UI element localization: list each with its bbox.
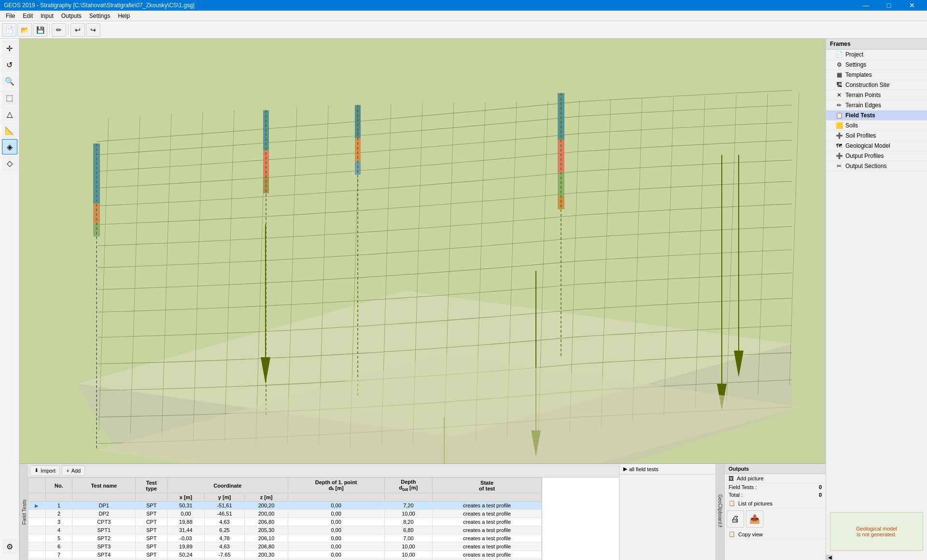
viewport-3d[interactable] [19,39,826,463]
row-y-3: 6,25 [204,526,245,534]
row-z-0: 200,20 [245,502,288,510]
col-test-type: Testtype [136,478,168,493]
frame-label-terrain-edges: Terrain Edges [845,102,881,109]
row-depth-3: 6,80 [384,526,432,534]
soil-profiles-icon: ➕ [836,132,843,139]
row-no-2: 3 [45,518,72,526]
rotate-tool[interactable]: ↺ [2,57,17,72]
frame-item-templates[interactable]: ▦Templates [826,70,927,80]
measure-tool[interactable]: △ [2,106,17,122]
close-button[interactable]: ✕ [901,0,923,11]
row-d1-3: 0,00 [288,526,384,534]
menu-input[interactable]: Input [37,12,57,20]
copy-view-button[interactable]: 📋 Copy view [725,530,826,539]
all-field-tests-button[interactable]: ▶ all field tests [619,464,716,475]
table-row[interactable]: 6SPT3SPT19,894,63206,800,0010,00creates … [28,543,542,551]
frame-item-construction-site[interactable]: 🏗Construction Site [826,80,927,90]
toolbar: 📄 📂 💾 ✏ ↩ ↪ [0,21,927,39]
data-table[interactable]: No. Test name Testtype Coordinate Depth … [28,477,542,560]
frame-item-terrain-edges[interactable]: ✏Terrain Edges [826,100,927,111]
move-tool[interactable]: ✛ [2,41,17,56]
frame-item-soils[interactable]: 🟨Soils [826,121,927,131]
row-x-2: 19,88 [168,518,204,526]
outputs-panel: Outputs 🖼 Add picture Field Tests : 0 To… [724,464,826,560]
frame-item-soil-profiles[interactable]: ➕Soil Profiles [826,131,927,141]
left-toolbar: ✛ ↺ 🔍 ⬚ △ 📐 ◈ ◇ ⚙ [0,39,19,560]
frame-label-soils: Soils [845,122,858,129]
settings-tool[interactable]: ⚙ [2,539,17,554]
row-arrow-2 [28,518,46,526]
table-row[interactable]: 3CPT3CPT19,884,63206,800,008,20creates a… [28,518,542,526]
menu-help[interactable]: Help [114,12,134,20]
undo-button[interactable]: ↩ [70,23,85,37]
frame-item-project[interactable]: 📄Project [826,50,927,60]
zoom-tool[interactable]: 🔍 [2,73,17,89]
row-arrow-3 [28,526,46,534]
add-picture-button[interactable]: 🖼 Add picture [725,474,826,483]
frame-item-settings[interactable]: ⚙Settings [826,60,927,70]
import-button[interactable]: ⬇ Import [30,465,60,476]
frame-label-project: Project [845,51,863,58]
ruler-tool[interactable]: 📐 [2,123,17,138]
row-x-5: 19,89 [168,543,204,551]
title-bar: GEOS 2019 - Stratigraphy [C:\Stahovat\St… [0,0,927,11]
menu-outputs[interactable]: Outputs [57,12,85,20]
frame-label-geological-model: Geological Model [845,142,890,149]
row-z-3: 205,30 [245,526,288,534]
col-d1-sub [288,493,384,502]
redo-button[interactable]: ↪ [86,23,100,37]
row-z-1: 200,00 [245,510,288,518]
menu-settings[interactable]: Settings [85,12,114,20]
add-button[interactable]: + Add [62,465,85,476]
toolbar-separator-1 [49,24,50,36]
menu-edit[interactable]: Edit [19,12,37,20]
menu-file[interactable]: File [2,12,19,20]
row-y-5: 4,63 [204,543,245,551]
row-no-0: 1 [45,502,72,510]
edit-button[interactable]: ✏ [52,23,66,37]
row-d1-0: 0,00 [288,502,384,510]
row-state-6: creates a test profile [433,551,542,559]
row-state-5: creates a test profile [433,543,542,551]
table-row[interactable]: 2DP2SPT0,00-46,51200,000,0010,00creates … [28,510,542,518]
main-layout: ✛ ↺ 🔍 ⬚ △ 📐 ◈ ◇ ⚙ [0,39,927,560]
frame-label-output-sections: Output Sections [845,163,886,169]
table-row[interactable]: 7SPT4SPT50,24-7,65200,300,0010,00creates… [28,551,542,559]
collapse-button[interactable]: ◀ [826,555,833,560]
col-state: Stateof test [433,478,542,493]
settings-icon: ⚙ [836,61,843,68]
row-arrow-4 [28,534,46,543]
print-button[interactable]: 🖨 [727,510,744,528]
select-rect-tool[interactable]: ⬚ [2,90,17,105]
table-row[interactable]: 5SPT2SPT-0,034,78206,100,007,00creates a… [28,534,542,543]
row-y-1: -46,51 [204,510,245,518]
open-button[interactable]: 📂 [17,23,32,37]
new-button[interactable]: 📄 [2,23,16,37]
frame-item-output-sections[interactable]: ✂Output Sections [826,161,927,171]
frame-item-terrain-points[interactable]: ✕Terrain Points [826,90,927,100]
frame-item-output-profiles[interactable]: ➕Output Profiles [826,151,927,161]
row-name-4: SPT2 [72,534,136,543]
frame-item-geological-model[interactable]: 🗺Geological Model [826,141,927,151]
save-button[interactable]: 💾 [33,23,47,37]
frame-label-templates: Templates [845,71,872,78]
field-tests-table: No. Test name Testtype Coordinate Depth … [28,477,542,560]
view-3d-tool[interactable]: ◈ [2,139,17,154]
menu-bar: FileEditInputOutputsSettingsHelp [0,11,927,21]
frames-list: 📄Project⚙Settings▦Templates🏗Construction… [826,50,927,508]
list-pictures-icon: 📋 [729,500,735,506]
view-2d-tool[interactable]: ◇ [2,155,17,171]
table-row[interactable]: 4SPT1SPT31,446,25205,300,006,80creates a… [28,526,542,534]
row-depth-4: 7,00 [384,534,432,543]
export-button[interactable]: 📤 [746,510,763,528]
maximize-button[interactable]: □ [878,0,900,11]
row-d1-2: 0,00 [288,518,384,526]
row-arrow-0: ▶ [28,502,46,510]
list-pictures-button[interactable]: 📋 List of pictures [725,499,826,508]
frame-item-field-tests[interactable]: 📋Field Tests [826,111,927,121]
add-picture-icon: 🖼 [729,476,734,481]
minimize-button[interactable]: — [855,0,877,11]
table-row[interactable]: ▶1DP1SPT50,31-51,61200,200,007,20creates… [28,502,542,510]
import-icon: ⬇ [34,467,39,474]
field-tests-panel: ⬇ Import + Add [28,464,619,560]
